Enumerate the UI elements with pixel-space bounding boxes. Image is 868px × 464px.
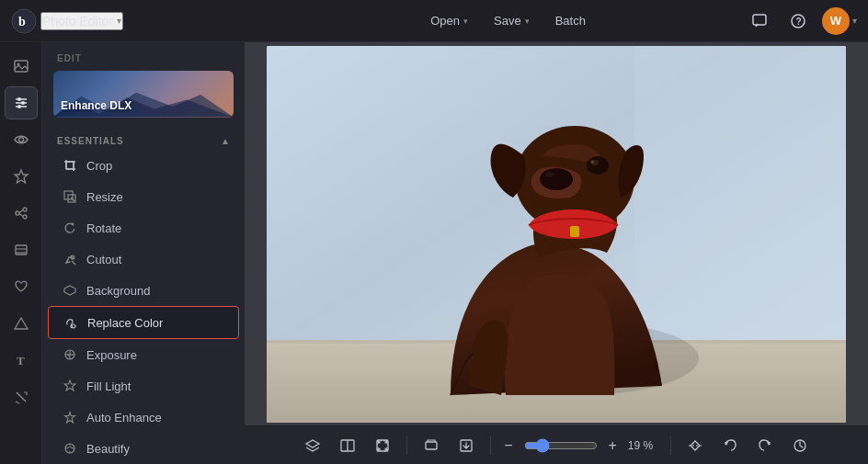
flip-button[interactable]	[680, 431, 710, 460]
replace-color-icon	[63, 315, 78, 330]
avatar-chevron[interactable]: ▾	[852, 16, 857, 26]
strip-text-icon[interactable]: T	[5, 344, 38, 377]
svg-point-58	[540, 168, 573, 190]
zoom-slider[interactable]	[524, 438, 598, 453]
menu-item-crop[interactable]: Crop	[48, 150, 239, 181]
open-chevron: ▾	[463, 17, 468, 26]
svg-text:+: +	[67, 352, 70, 357]
enhance-card-label: Enhance DLX	[61, 99, 131, 112]
zoom-in-button[interactable]: +	[605, 437, 621, 454]
fit-button[interactable]	[368, 431, 397, 460]
help-icon: ?	[790, 13, 806, 29]
undo-button[interactable]	[715, 431, 745, 460]
svg-marker-37	[71, 222, 74, 226]
svg-point-13	[18, 138, 23, 142]
svg-rect-63	[570, 226, 579, 237]
menu-item-cutout[interactable]: Cutout	[48, 243, 239, 275]
svg-point-60	[587, 156, 609, 175]
history-button[interactable]	[785, 431, 815, 460]
export-button[interactable]	[451, 431, 481, 460]
photo-svg	[267, 46, 846, 423]
svg-text:−: −	[72, 352, 74, 357]
app-title-button[interactable]: Photo Editor ▾	[40, 12, 123, 30]
rotate-label: Rotate	[86, 221, 121, 235]
app-logo: b	[11, 8, 37, 34]
strip-eye-icon[interactable]	[5, 123, 38, 156]
menu-item-replace-color[interactable]: Replace Color	[48, 306, 239, 339]
menu-item-fill-light[interactable]: Fill Light	[48, 370, 239, 402]
strip-shape-icon[interactable]	[5, 307, 38, 340]
beautify-label: Beautify	[86, 442, 130, 456]
zoom-percent: 19 %	[628, 439, 661, 452]
essentials-section-header: ESSENTIALS ▲	[42, 129, 245, 150]
strip-layers-icon[interactable]	[5, 233, 38, 266]
app-title-chevron: ▾	[117, 16, 121, 26]
avatar-letter: W	[830, 14, 841, 28]
strip-heart-icon[interactable]	[5, 270, 38, 303]
svg-rect-31	[66, 162, 74, 169]
batch-button[interactable]: Batch	[544, 9, 597, 32]
svg-line-18	[19, 210, 23, 213]
svg-rect-5	[15, 61, 28, 72]
batch-label: Batch	[555, 14, 586, 28]
svg-text:T: T	[17, 354, 25, 368]
app-title-label: Photo Editor	[42, 14, 113, 28]
save-button[interactable]: Save ▾	[483, 9, 541, 32]
open-button[interactable]: Open ▾	[419, 9, 479, 32]
avatar-area[interactable]: W ▾	[822, 7, 857, 35]
comparison-button[interactable]	[333, 431, 362, 460]
menu-item-exposure[interactable]: + − Exposure	[48, 339, 239, 370]
essentials-label: ESSENTIALS	[57, 136, 124, 146]
svg-text:?: ?	[796, 17, 802, 27]
svg-line-25	[17, 392, 26, 402]
fill-light-label: Fill Light	[86, 379, 131, 393]
avatar[interactable]: W	[822, 7, 850, 35]
auto-enhance-icon	[63, 410, 77, 424]
zoom-out-button[interactable]: −	[500, 437, 516, 454]
svg-marker-40	[64, 286, 75, 295]
svg-point-62	[590, 160, 594, 164]
menu-item-resize[interactable]: Resize	[48, 181, 239, 212]
strip-adjust-icon[interactable]	[5, 86, 38, 119]
help-button[interactable]: ?	[783, 6, 813, 36]
menu-item-background[interactable]: Background	[48, 275, 239, 306]
resize-icon	[63, 189, 77, 204]
toolbar-divider-2	[490, 436, 491, 455]
svg-marker-23	[15, 318, 28, 329]
svg-rect-68	[426, 442, 437, 449]
svg-marker-45	[64, 380, 75, 390]
svg-point-15	[16, 211, 19, 215]
open-label: Open	[430, 14, 460, 28]
save-chevron: ▾	[525, 17, 530, 26]
replace-color-label: Replace Color	[87, 316, 163, 330]
auto-enhance-label: Auto Enhance	[86, 411, 162, 424]
svg-marker-64	[306, 440, 319, 447]
svg-marker-14	[15, 170, 28, 183]
layers-button[interactable]	[298, 431, 327, 460]
strip-image-icon[interactable]	[5, 50, 38, 83]
essentials-chevron[interactable]: ▲	[221, 136, 230, 146]
svg-marker-46	[65, 412, 75, 423]
rotate-icon	[63, 221, 77, 235]
fill-light-icon	[63, 379, 77, 393]
cutout-icon	[63, 252, 77, 266]
enhance-card[interactable]: Enhance DLX	[53, 71, 234, 118]
redo-button[interactable]	[750, 431, 780, 460]
svg-point-10	[21, 101, 25, 105]
comment-button[interactable]	[745, 6, 774, 36]
strip-nodes-icon[interactable]	[5, 197, 38, 230]
enhance-card-bg: Enhance DLX	[53, 71, 234, 118]
expand-button[interactable]	[417, 431, 446, 460]
edit-section-label: EDIT	[42, 42, 245, 71]
toolbar-divider-3	[670, 436, 671, 455]
toolbar-divider-1	[406, 436, 407, 455]
menu-item-auto-enhance[interactable]: Auto Enhance	[48, 402, 239, 433]
menu-item-rotate[interactable]: Rotate	[48, 212, 239, 243]
main-area: T EDIT Enhance DLX ESSENTIALS ▲	[0, 42, 868, 464]
exposure-label: Exposure	[86, 348, 137, 362]
strip-brush-icon[interactable]	[5, 380, 38, 413]
strip-star-icon[interactable]	[5, 160, 38, 193]
menu-item-beautify[interactable]: Beautify	[48, 433, 239, 464]
svg-point-59	[545, 172, 554, 177]
sidebar: EDIT Enhance DLX ESSENTIALS ▲	[42, 42, 245, 464]
